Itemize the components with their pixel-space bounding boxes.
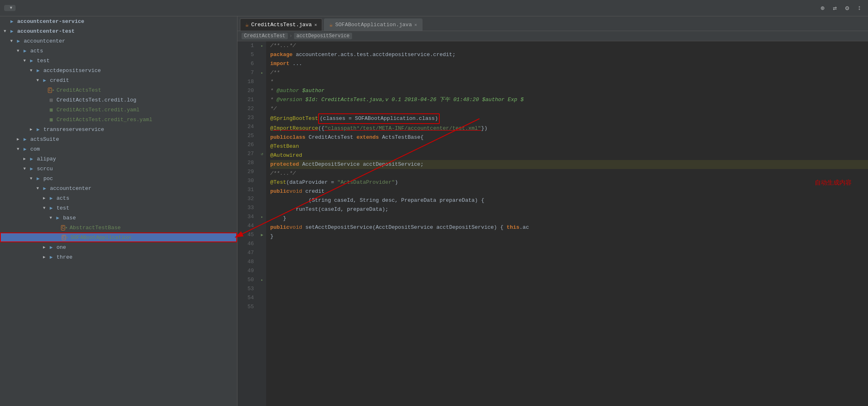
tree-item-actssuite[interactable]: ▶▶actsSuite <box>0 134 237 144</box>
folder-icon: ▶ <box>21 145 29 153</box>
tab-close-sofaboot[interactable]: ✕ <box>414 22 417 27</box>
folder-icon: ▶ <box>21 135 29 143</box>
main-layout: ▶accountcenter-service▼▶accountcenter-te… <box>0 16 868 406</box>
java-icon: C✦ <box>61 224 68 231</box>
log-icon: ▤ <box>47 96 55 104</box>
line-number: 33 <box>239 203 254 212</box>
gutter-cell[interactable] <box>258 185 266 194</box>
gutter-cell[interactable] <box>258 266 266 275</box>
tree-item-poc[interactable]: ▼▶poc <box>0 174 237 183</box>
gutter-cell[interactable] <box>258 257 266 266</box>
gutter-cell[interactable] <box>258 50 266 59</box>
gutter-cell[interactable] <box>258 113 266 122</box>
tree-item-accountcenter-service[interactable]: ▶accountcenter-service <box>0 16 237 26</box>
tree-label: three <box>57 254 72 260</box>
packages-dropdown[interactable]: ▼ <box>4 5 16 11</box>
gutter-cell[interactable]: ▶ <box>258 230 266 239</box>
tab-close-creditactstest[interactable]: ✕ <box>314 22 317 27</box>
settings-icon[interactable]: ⇄ <box>830 4 839 13</box>
tree-item-test[interactable]: ▼▶test <box>0 203 237 213</box>
tree-item-base[interactable]: ▼▶base <box>0 213 237 223</box>
tree-item-sofabootapplication[interactable]: C✦SOFABootApplication <box>0 232 237 242</box>
tree-item-one[interactable]: ▶▶one <box>0 242 237 252</box>
tree-label: SOFABootApplication <box>70 235 131 241</box>
breadcrumb-creditactstest[interactable]: CreditActsTest <box>242 33 288 39</box>
tree-arrow-icon: ▶ <box>15 136 21 142</box>
code-content[interactable]: /**...*/ package accountcenter.acts.test… <box>266 41 868 406</box>
tree-item-scrcu[interactable]: ▼▶scrcu <box>0 164 237 174</box>
tree-item-accountcenter[interactable]: ▼▶accountcenter <box>0 183 237 193</box>
line-numbers: 1567182021222324252627282930313233344445… <box>237 41 258 406</box>
tree-item-acctdepositservice[interactable]: ▼▶acctdepositservice <box>0 65 237 75</box>
folder-icon: ▶ <box>47 244 55 251</box>
tree-item-transreserveservice[interactable]: ▶▶transreserveservice <box>0 124 237 134</box>
tree-no-arrow <box>41 106 47 113</box>
gutter-cell[interactable] <box>258 104 266 113</box>
gutter-cell[interactable] <box>258 59 266 68</box>
gutter-cell[interactable] <box>258 77 266 86</box>
gutter-cell[interactable] <box>258 95 266 104</box>
gutter-cell[interactable] <box>258 203 266 212</box>
line-number: 21 <box>239 95 254 104</box>
line-number: 44 <box>239 221 254 230</box>
line-number: 34 <box>239 212 254 221</box>
code-line: public class CreditActsTest extends Acts… <box>270 133 868 142</box>
gutter-cell[interactable]: ↺ <box>258 149 266 158</box>
gutter-cell[interactable]: ▸ <box>258 41 266 50</box>
gutter-cell[interactable]: ▸ <box>258 212 266 221</box>
tree-label: credit <box>50 77 69 83</box>
tab-creditactstest[interactable]: ☕ CreditActsTest.java ✕ <box>240 18 322 31</box>
gutter-cell[interactable] <box>258 221 266 230</box>
tree-item-com[interactable]: ▼▶com <box>0 144 237 154</box>
line-number: 32 <box>239 194 254 203</box>
line-number: 20 <box>239 86 254 95</box>
tab-sofabootapplication[interactable]: ☕ SOFABootApplication.java ✕ <box>324 18 422 31</box>
tree-label: accountcenter-service <box>17 18 84 25</box>
collapse-icon[interactable]: ↕ <box>855 4 864 13</box>
gutter-cell[interactable]: ▸ <box>258 68 266 77</box>
gutter-cell[interactable] <box>258 167 266 176</box>
gutter-cell[interactable] <box>258 302 266 311</box>
tree-arrow-icon: ▼ <box>34 185 41 192</box>
scope-icon[interactable]: ⊕ <box>818 4 827 13</box>
folder-icon: ▶ <box>28 165 35 172</box>
breadcrumb-acctdepositservice[interactable]: acctDepositService <box>294 33 352 39</box>
gutter-cell[interactable] <box>258 140 266 149</box>
gutter-cell[interactable] <box>258 284 266 293</box>
folder-icon: ▶ <box>8 27 16 35</box>
folder-icon: ▶ <box>41 185 48 192</box>
tree-item-acts[interactable]: ▼▶acts <box>0 46 237 56</box>
gutter-cell[interactable] <box>258 158 266 167</box>
gutter-cell[interactable] <box>258 131 266 140</box>
tree-label: test <box>37 58 50 64</box>
gutter-cell[interactable] <box>258 122 266 131</box>
line-number: 55 <box>239 302 254 311</box>
gutter-cell[interactable] <box>258 239 266 248</box>
tree-arrow-icon: ▼ <box>41 205 47 211</box>
gutter-cell[interactable] <box>258 293 266 302</box>
tree-label: acts <box>30 48 43 54</box>
tree-item-creditactstest-credit-log[interactable]: ▤CreditActsTest.credit.log <box>0 95 237 105</box>
tree-item-abstracttestbase[interactable]: C✦AbstractTestBase <box>0 223 237 232</box>
gutter-cell[interactable] <box>258 248 266 257</box>
gutter-cell[interactable]: ▸ <box>258 275 266 284</box>
tree-item-three[interactable]: ▶▶three <box>0 252 237 262</box>
gutter-cell[interactable] <box>258 194 266 203</box>
line-number: 49 <box>239 266 254 275</box>
tree-item-creditactstest-credit-yaml[interactable]: ▦CreditActsTest.credit.yaml <box>0 105 237 115</box>
tree-label: CreditActsTest.credit_res.yaml <box>57 117 152 123</box>
tree-item-accountcenter-test[interactable]: ▼▶accountcenter-test <box>0 26 237 36</box>
tree-item-credit[interactable]: ▼▶credit <box>0 75 237 85</box>
gutter-cell[interactable] <box>258 176 266 185</box>
gutter-cell[interactable] <box>258 86 266 95</box>
tree-item-creditactstest-credit-res-yaml[interactable]: ▦CreditActsTest.credit_res.yaml <box>0 115 237 124</box>
tree-item-creditactstest[interactable]: C✦CreditActsTest <box>0 85 237 95</box>
line-number: 50 <box>239 275 254 284</box>
tree-label: CreditActsTest <box>57 87 101 93</box>
tree-item-test[interactable]: ▼▶test <box>0 56 237 65</box>
tree-item-acts[interactable]: ▶▶acts <box>0 193 237 203</box>
gear-icon[interactable]: ⚙ <box>843 4 852 13</box>
tree-item-accountcenter[interactable]: ▼▶accountcenter <box>0 36 237 46</box>
code-editor[interactable]: 1567182021222324252627282930313233344445… <box>237 41 868 406</box>
tree-item-alipay[interactable]: ▶▶alipay <box>0 154 237 164</box>
